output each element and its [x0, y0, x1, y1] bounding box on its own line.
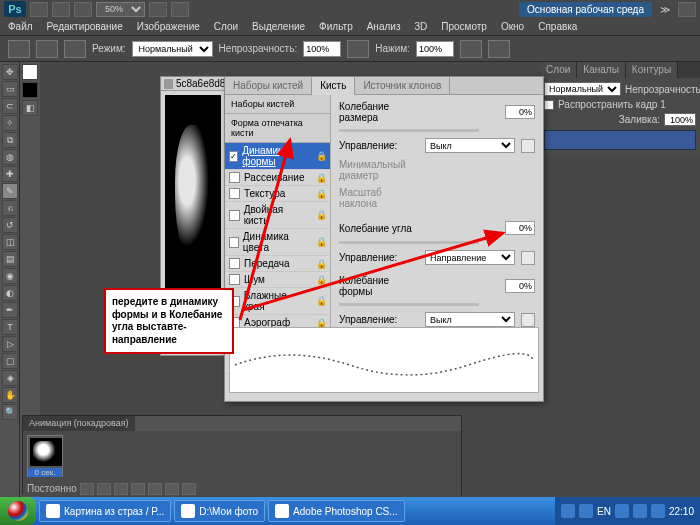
blend-mode-select[interactable]: Нормальный	[544, 82, 621, 96]
history-brush-tool[interactable]: ↺	[2, 217, 18, 233]
item-shape-dynamics[interactable]: ✓Динамика формы🔒	[225, 143, 330, 170]
anim-prev-icon[interactable]	[97, 483, 111, 495]
tab-brush-presets[interactable]: Наборы кистей	[225, 77, 312, 94]
loop-select[interactable]: Постоянно	[27, 483, 77, 494]
healing-tool[interactable]: ✚	[2, 166, 18, 182]
flow-input[interactable]	[416, 41, 454, 57]
crop-tool[interactable]: ⧉	[2, 132, 18, 148]
propagate-checkbox[interactable]	[544, 100, 554, 110]
tab-channels[interactable]: Каналы	[577, 62, 626, 78]
swatch-bg[interactable]	[22, 82, 38, 98]
control1-extra-button[interactable]	[521, 139, 535, 153]
anim-first-icon[interactable]	[80, 483, 94, 495]
airbrush-icon[interactable]	[460, 40, 482, 58]
brush-preset-icon[interactable]	[36, 40, 58, 58]
tray-icon[interactable]	[633, 504, 647, 518]
layout-icon[interactable]	[52, 2, 70, 17]
tray-icon[interactable]	[579, 504, 593, 518]
brush-tip-shape-button[interactable]: Форма отпечатка кисти	[225, 114, 330, 143]
menu-file[interactable]: Файл	[8, 21, 33, 32]
eraser-tool[interactable]: ◫	[2, 234, 18, 250]
stamp-tool[interactable]: ⎌	[2, 200, 18, 216]
navigator-icon[interactable]	[171, 2, 189, 17]
frame-time[interactable]: 0 сек.	[28, 468, 62, 477]
quickmask-icon[interactable]: ◧	[22, 100, 38, 116]
menu-window[interactable]: Окно	[501, 21, 524, 32]
3d-tool[interactable]: ◈	[2, 370, 18, 386]
menu-help[interactable]: Справка	[538, 21, 577, 32]
size-jitter-input[interactable]	[505, 105, 535, 119]
menu-image[interactable]: Изображение	[137, 21, 200, 32]
menu-analysis[interactable]: Анализ	[367, 21, 401, 32]
document-canvas[interactable]	[165, 95, 221, 295]
layer-row[interactable]	[544, 130, 696, 150]
control3-extra-button[interactable]	[521, 313, 535, 327]
control3-select[interactable]: Выкл	[425, 312, 515, 327]
path-tool[interactable]: ▷	[2, 336, 18, 352]
anim-play-icon[interactable]	[114, 483, 128, 495]
control1-select[interactable]: Выкл	[425, 138, 515, 153]
menu-select[interactable]: Выделение	[252, 21, 305, 32]
anim-tween-icon[interactable]	[148, 483, 162, 495]
tool-preset-icon[interactable]	[8, 40, 30, 58]
search-icon[interactable]	[678, 2, 696, 17]
task-browser[interactable]: Картина из страз / Р...	[39, 500, 171, 522]
anim-next-icon[interactable]	[131, 483, 145, 495]
menu-filter[interactable]: Фильтр	[319, 21, 353, 32]
control2-extra-button[interactable]	[521, 251, 535, 265]
item-texture[interactable]: Текстура🔒	[225, 186, 330, 202]
task-photoshop[interactable]: Adobe Photoshop CS...	[268, 500, 405, 522]
anim-delete-icon[interactable]	[182, 483, 196, 495]
lasso-tool[interactable]: ⊂	[2, 98, 18, 114]
gradient-tool[interactable]: ▤	[2, 251, 18, 267]
zoom-select[interactable]: 50%	[96, 2, 145, 17]
tab-clone-source[interactable]: Источник клонов	[355, 77, 450, 94]
dodge-tool[interactable]: ◐	[2, 285, 18, 301]
menu-edit[interactable]: Редактирование	[47, 21, 123, 32]
animation-frame[interactable]: 0 сек.	[27, 435, 63, 477]
fill-input[interactable]	[664, 113, 696, 126]
item-transfer[interactable]: Передача🔒	[225, 256, 330, 272]
tray-icon[interactable]	[615, 504, 629, 518]
workspace-button[interactable]: Основная рабочая среда	[519, 2, 652, 17]
workspace-chevron-icon[interactable]: ≫	[660, 4, 670, 15]
round-jitter-slider[interactable]	[339, 303, 479, 306]
brush-panel-toggle-icon[interactable]	[64, 40, 86, 58]
menu-view[interactable]: Просмотр	[441, 21, 487, 32]
menu-3d[interactable]: 3D	[414, 21, 427, 32]
marquee-tool[interactable]: ▭	[2, 81, 18, 97]
wand-tool[interactable]: ✧	[2, 115, 18, 131]
language-indicator[interactable]: EN	[597, 506, 611, 517]
angle-jitter-slider[interactable]	[339, 241, 479, 244]
item-noise[interactable]: Шум🔒	[225, 272, 330, 288]
item-color-dynamics[interactable]: Динамика цвета🔒	[225, 229, 330, 256]
control2-select[interactable]: Направление	[425, 250, 515, 265]
menu-layers[interactable]: Слои	[214, 21, 238, 32]
size-jitter-slider[interactable]	[339, 129, 479, 132]
item-wet-edges[interactable]: Влажные края🔒	[225, 288, 330, 315]
tab-paths[interactable]: Контуры	[626, 62, 678, 78]
eyedropper-tool[interactable]: ◍	[2, 149, 18, 165]
type-tool[interactable]: T	[2, 319, 18, 335]
anim-new-frame-icon[interactable]	[165, 483, 179, 495]
animation-tab[interactable]: Анимация (покадровая)	[23, 416, 135, 431]
move-tool[interactable]: ✥	[2, 64, 18, 80]
blur-tool[interactable]: ◉	[2, 268, 18, 284]
screen-mode-icon[interactable]	[74, 2, 92, 17]
tab-brush[interactable]: Кисть	[312, 77, 355, 95]
flow-pressure-icon[interactable]	[488, 40, 510, 58]
opacity-input[interactable]	[303, 41, 341, 57]
hand-tool[interactable]: ✋	[2, 387, 18, 403]
bridge-icon[interactable]	[30, 2, 48, 17]
brush-presets-button[interactable]: Наборы кистей	[225, 95, 330, 114]
angle-jitter-input[interactable]	[505, 221, 535, 235]
zoom-tool[interactable]: 🔍	[2, 404, 18, 420]
pen-tool[interactable]: ✒	[2, 302, 18, 318]
brush-tool[interactable]: ✎	[2, 183, 18, 199]
item-dual-brush[interactable]: Двойная кисть🔒	[225, 202, 330, 229]
item-scattering[interactable]: Рассеивание🔒	[225, 170, 330, 186]
opacity-pressure-icon[interactable]	[347, 40, 369, 58]
shape-tool[interactable]: ▢	[2, 353, 18, 369]
mode-select[interactable]: Нормальный	[132, 41, 213, 57]
tray-icon[interactable]	[561, 504, 575, 518]
